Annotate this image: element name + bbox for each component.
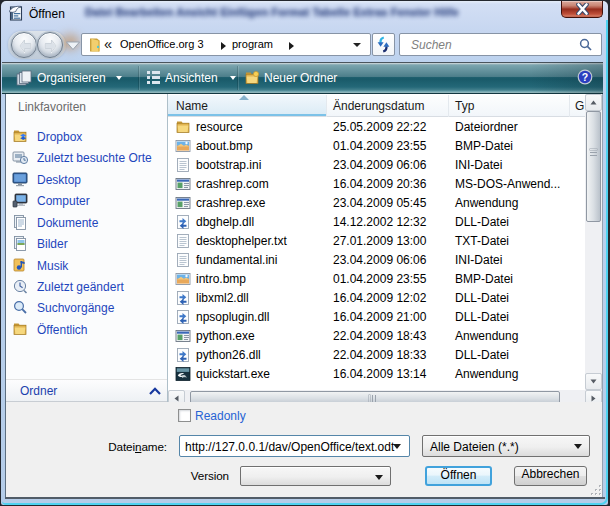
svg-text:?: ? <box>582 71 588 83</box>
